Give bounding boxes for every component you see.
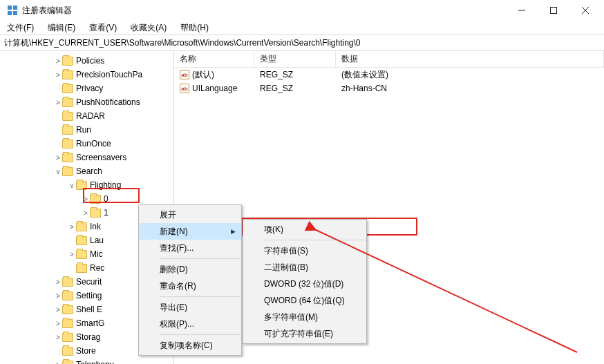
tree-node[interactable]: >PrecisionTouchPa xyxy=(0,68,173,82)
chevron-right-icon[interactable]: > xyxy=(54,99,62,106)
chevron-right-icon[interactable]: > xyxy=(54,361,62,365)
menu-file[interactable]: 文件(F) xyxy=(4,21,37,35)
folder-icon xyxy=(62,126,73,135)
value-type: REG_SZ xyxy=(260,70,293,79)
ctx-new-binary[interactable]: 二进制值(B) xyxy=(243,259,366,276)
menu-favorites[interactable]: 收藏夹(A) xyxy=(128,21,169,35)
tree-label: Policies xyxy=(76,56,104,66)
folder-icon xyxy=(62,57,73,66)
close-button[interactable] xyxy=(569,0,601,21)
menu-view[interactable]: 查看(V) xyxy=(86,21,120,35)
chevron-right-icon[interactable]: > xyxy=(54,306,62,314)
ctx-permissions[interactable]: 权限(P)... xyxy=(139,316,241,332)
column-name[interactable]: 名称 xyxy=(174,51,254,67)
column-type[interactable]: 类型 xyxy=(254,51,336,67)
tree-node[interactable]: >Screensavers xyxy=(0,151,173,164)
tree-label: Store xyxy=(76,346,96,356)
value-type: REG_SZ xyxy=(260,84,293,93)
folder-icon xyxy=(62,153,73,162)
svg-rect-0 xyxy=(8,6,12,10)
ctx-new-dword[interactable]: DWORD (32 位)值(D) xyxy=(243,276,366,292)
chevron-right-icon[interactable]: > xyxy=(68,251,76,258)
folder-icon xyxy=(62,305,73,314)
folder-icon xyxy=(76,181,87,190)
tree-label: 0 xyxy=(104,194,108,204)
string-value-icon: ab xyxy=(180,84,189,93)
ctx-new-multistring[interactable]: 多字符串值(M) xyxy=(243,309,366,325)
chevron-right-icon[interactable]: > xyxy=(54,334,62,341)
chevron-right-icon[interactable]: > xyxy=(54,154,62,162)
tree-label: Telephony xyxy=(76,360,114,364)
folder-icon xyxy=(62,333,73,342)
chevron-right-icon[interactable]: > xyxy=(82,195,90,203)
list-row[interactable]: abUILanguage REG_SZ zh-Hans-CN xyxy=(174,82,604,95)
ctx-new-qword[interactable]: QWORD (64 位)值(Q) xyxy=(243,292,366,309)
folder-icon xyxy=(76,236,87,245)
tree-node[interactable]: vSearch xyxy=(0,164,173,178)
separator xyxy=(160,296,240,297)
svg-rect-5 xyxy=(551,8,557,14)
tree-label: PushNotifications xyxy=(76,97,140,107)
folder-icon xyxy=(90,195,101,204)
tree-node[interactable]: Run xyxy=(0,123,173,137)
folder-icon xyxy=(62,98,73,107)
separator xyxy=(160,334,240,335)
tree-node[interactable]: >Policies xyxy=(0,54,173,68)
chevron-right-icon[interactable]: > xyxy=(54,320,62,327)
tree-label: Search xyxy=(76,166,102,176)
tree-node[interactable]: RADAR xyxy=(0,109,173,123)
ctx-new-expandstring[interactable]: 可扩充字符串值(E) xyxy=(243,325,366,342)
list-row[interactable]: ab(默认) REG_SZ (数值未设置) xyxy=(174,68,604,82)
chevron-down-icon[interactable]: v xyxy=(68,182,76,189)
ctx-expand[interactable]: 展开 xyxy=(139,207,241,223)
folder-icon xyxy=(62,167,73,176)
chevron-right-icon[interactable]: > xyxy=(68,223,76,231)
tree-label: Screensavers xyxy=(76,153,126,162)
tree-node[interactable]: >Telephony xyxy=(0,358,173,364)
ctx-new-string[interactable]: 字符串值(S) xyxy=(243,242,366,259)
svg-rect-3 xyxy=(13,11,17,15)
column-data[interactable]: 数据 xyxy=(336,51,604,67)
chevron-right-icon[interactable]: > xyxy=(54,278,62,286)
ctx-find[interactable]: 查找(F)... xyxy=(139,240,241,256)
string-value-icon: ab xyxy=(180,70,189,79)
address-bar[interactable]: 计算机\HKEY_CURRENT_USER\Software\Microsoft… xyxy=(0,35,604,51)
folder-icon xyxy=(62,291,73,300)
menu-edit[interactable]: 编辑(E) xyxy=(45,21,78,35)
ctx-rename[interactable]: 重命名(R) xyxy=(139,278,241,294)
folder-icon xyxy=(62,112,73,121)
titlebar: 注册表编辑器 xyxy=(0,0,604,21)
ctx-delete[interactable]: 删除(D) xyxy=(139,261,241,278)
chevron-right-icon[interactable]: > xyxy=(54,57,62,65)
tree-label: SmartG xyxy=(76,318,104,328)
ctx-copy-key-name[interactable]: 复制项名称(C) xyxy=(139,337,241,354)
tree-node[interactable]: RunOnce xyxy=(0,137,173,151)
folder-icon xyxy=(76,264,87,273)
ctx-export[interactable]: 导出(E) xyxy=(139,299,241,316)
menu-help[interactable]: 帮助(H) xyxy=(178,21,211,35)
folder-icon xyxy=(62,70,73,79)
chevron-right-icon[interactable]: > xyxy=(82,209,90,217)
maximize-button[interactable] xyxy=(538,0,569,21)
tree-label: Privacy xyxy=(76,84,103,93)
tree-label: Lau xyxy=(90,236,104,245)
ctx-new-key[interactable]: 项(K) xyxy=(243,221,366,238)
tree-node[interactable]: >PushNotifications xyxy=(0,95,173,109)
tree-label: PrecisionTouchPa xyxy=(76,70,142,79)
list-header: 名称 类型 数据 xyxy=(174,51,604,68)
tree-node-flighting[interactable]: vFlighting xyxy=(0,178,173,192)
folder-icon xyxy=(62,347,73,356)
tree-label: 1 xyxy=(104,208,108,218)
ctx-new[interactable]: 新建(N)▶ xyxy=(139,223,241,240)
minimize-button[interactable] xyxy=(506,0,538,21)
chevron-down-icon[interactable]: v xyxy=(54,168,62,175)
folder-icon xyxy=(62,319,73,328)
tree-label: Mic xyxy=(90,249,103,259)
folder-icon xyxy=(90,209,101,218)
tree-node-0[interactable]: >0 xyxy=(0,192,173,206)
chevron-right-icon[interactable]: > xyxy=(54,292,62,300)
tree-node[interactable]: Privacy xyxy=(0,82,173,95)
chevron-right-icon[interactable]: > xyxy=(54,71,62,79)
ctx-new-label: 新建(N) xyxy=(160,226,188,238)
address-value: 计算机\HKEY_CURRENT_USER\Software\Microsoft… xyxy=(4,37,361,49)
